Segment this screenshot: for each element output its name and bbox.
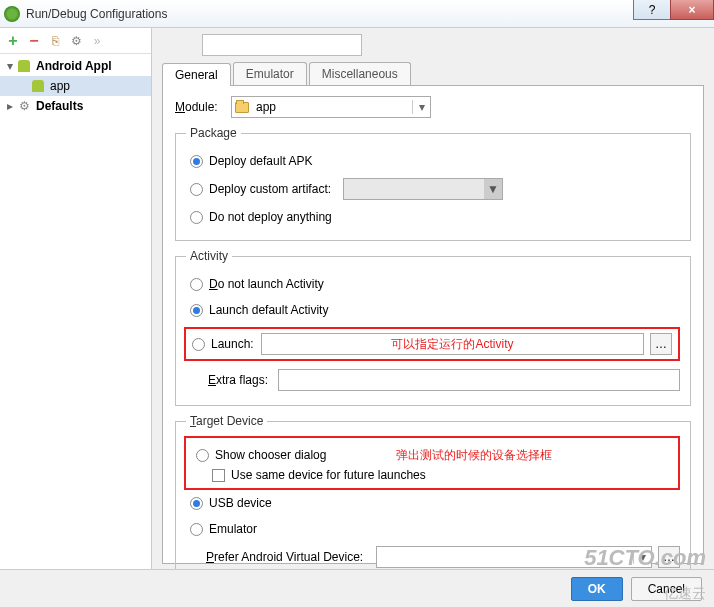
- tab-emulator[interactable]: Emulator: [233, 62, 307, 85]
- module-combo[interactable]: app ▾: [231, 96, 431, 118]
- radio-icon: [190, 523, 203, 536]
- radio-deploy-default[interactable]: Deploy default APK: [190, 152, 680, 170]
- radio-icon: [192, 338, 205, 351]
- tree-label: Android Appl: [36, 59, 112, 73]
- radio-icon: [190, 304, 203, 317]
- radio-label: Deploy custom artifact:: [209, 182, 331, 196]
- tab-general[interactable]: General: [162, 63, 231, 86]
- browse-avd-button[interactable]: …: [658, 546, 680, 568]
- radio-label: Launch:: [211, 337, 261, 351]
- tree-label: app: [50, 79, 70, 93]
- android-icon: [30, 78, 46, 94]
- radio-deploy-custom[interactable]: Deploy custom artifact: ▼: [190, 178, 680, 200]
- window-title: Run/Debug Configurations: [26, 7, 167, 21]
- annotation-text: 弹出测试的时候的设备选择框: [396, 447, 552, 464]
- android-icon: [16, 58, 32, 74]
- config-editor: General Emulator Miscellaneous Module: a…: [152, 28, 714, 569]
- radio-icon: [190, 278, 203, 291]
- tree-node-defaults[interactable]: ▸ ⚙ Defaults: [0, 96, 151, 116]
- radio-launch-default[interactable]: Launch default Activity: [190, 301, 680, 319]
- radio-icon: [190, 155, 203, 168]
- copy-config-icon[interactable]: ⎘: [46, 32, 64, 50]
- name-field[interactable]: [202, 34, 362, 56]
- avd-combo[interactable]: ▾: [376, 546, 652, 568]
- activity-legend: Activity: [186, 249, 232, 263]
- radio-no-launch[interactable]: Do not launch Activity: [190, 275, 680, 293]
- radio-label: Do not launch Activity: [209, 277, 324, 291]
- expand-icon[interactable]: ▸: [4, 99, 16, 113]
- artifact-combo[interactable]: ▼: [343, 178, 503, 200]
- close-button[interactable]: ×: [670, 0, 714, 20]
- title-bar: Run/Debug Configurations ? ×: [0, 0, 714, 28]
- radio-label: Do not deploy anything: [209, 210, 332, 224]
- radio-usb[interactable]: USB device: [190, 494, 680, 512]
- radio-icon: [190, 211, 203, 224]
- target-device-group: Target Device Show chooser dialog 弹出测试的时…: [175, 414, 691, 569]
- browse-activity-button[interactable]: …: [650, 333, 672, 355]
- remove-config-icon[interactable]: −: [25, 32, 43, 50]
- tree-node-android-app[interactable]: ▾ Android Appl: [0, 56, 151, 76]
- radio-no-deploy[interactable]: Do not deploy anything: [190, 208, 680, 226]
- dialog-footer: OK Cancel: [0, 569, 714, 607]
- app-icon: [4, 6, 20, 22]
- settings-icon[interactable]: ⚙: [67, 32, 85, 50]
- radio-label: Show chooser dialog: [215, 448, 326, 462]
- extra-flags-input[interactable]: [278, 369, 680, 391]
- radio-icon: [190, 183, 203, 196]
- radio-label: USB device: [209, 496, 272, 510]
- checkbox-icon[interactable]: [212, 469, 225, 482]
- package-group: Package Deploy default APK Deploy custom…: [175, 126, 691, 241]
- avd-label: Prefer Android Virtual Device:: [206, 550, 376, 564]
- general-form: Module: app ▾ Package Deploy default APK…: [162, 86, 704, 564]
- tree-node-app[interactable]: app: [0, 76, 151, 96]
- annotation-box-1: Launch: 可以指定运行的Activity …: [184, 327, 680, 361]
- radio-emulator[interactable]: Emulator: [190, 520, 680, 538]
- radio-icon: [196, 449, 209, 462]
- move-icon[interactable]: »: [88, 32, 106, 50]
- help-button[interactable]: ?: [633, 0, 671, 20]
- checkbox-label: Use same device for future launches: [231, 468, 426, 482]
- module-value: app: [252, 100, 412, 114]
- chevron-down-icon: ▾: [412, 100, 430, 114]
- tree-label: Defaults: [36, 99, 83, 113]
- cancel-button[interactable]: Cancel: [631, 577, 702, 601]
- config-sidebar: + − ⎘ ⚙ » ▾ Android Appl app ▸ ⚙ Default…: [0, 28, 152, 569]
- tab-bar: General Emulator Miscellaneous: [162, 62, 704, 86]
- gear-icon: ⚙: [16, 98, 32, 114]
- target-legend: Target Device: [186, 414, 267, 428]
- add-config-icon[interactable]: +: [4, 32, 22, 50]
- folder-icon: [232, 102, 252, 113]
- activity-group: Activity Do not launch Activity Launch d…: [175, 249, 691, 406]
- config-tree: ▾ Android Appl app ▸ ⚙ Defaults: [0, 54, 151, 569]
- expand-icon[interactable]: ▾: [4, 59, 16, 73]
- module-label: Module:: [175, 100, 231, 114]
- extra-flags-label: Extra flags:: [208, 373, 278, 387]
- radio-label: Deploy default APK: [209, 154, 312, 168]
- ok-button[interactable]: OK: [571, 577, 623, 601]
- tab-miscellaneous[interactable]: Miscellaneous: [309, 62, 411, 85]
- package-legend: Package: [186, 126, 241, 140]
- annotation-text: 可以指定运行的Activity: [391, 336, 513, 353]
- radio-label: Emulator: [209, 522, 257, 536]
- annotation-box-2: Show chooser dialog 弹出测试的时候的设备选择框 Use sa…: [184, 436, 680, 490]
- radio-icon: [190, 497, 203, 510]
- launch-activity-input[interactable]: 可以指定运行的Activity: [261, 333, 644, 355]
- radio-label: Launch default Activity: [209, 303, 328, 317]
- chevron-down-icon: ▾: [633, 550, 651, 564]
- sidebar-toolbar: + − ⎘ ⚙ »: [0, 28, 151, 54]
- chevron-down-icon: ▼: [484, 179, 502, 199]
